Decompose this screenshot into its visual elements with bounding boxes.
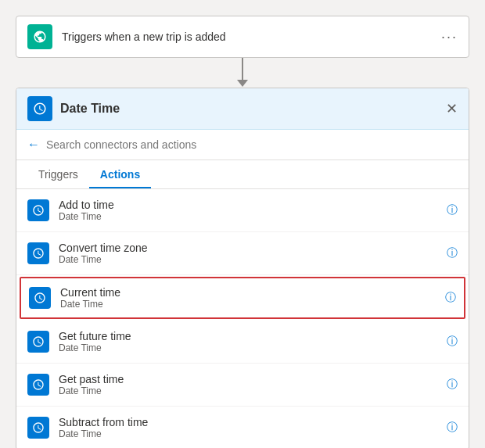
action-item-get-future-time[interactable]: Get future time Date Time ⓘ: [16, 321, 469, 364]
trigger-more-button[interactable]: ···: [441, 29, 458, 45]
action-info-get-future-time[interactable]: ⓘ: [447, 335, 458, 349]
action-item-convert-time-zone[interactable]: Convert time zone Date Time ⓘ: [16, 232, 469, 275]
tab-triggers[interactable]: Triggers: [27, 160, 89, 188]
action-info-convert-time-zone[interactable]: ⓘ: [447, 246, 458, 260]
panel-header: Date Time ✕: [16, 88, 469, 130]
arrow-connector: [237, 58, 248, 88]
action-item-current-time[interactable]: Current time Date Time ⓘ: [20, 277, 465, 319]
action-item-add-to-time[interactable]: Add to time Date Time ⓘ: [16, 189, 469, 232]
clock-small-icon: [32, 378, 45, 391]
arrow-head: [237, 80, 248, 87]
action-icon-get-past-time: [27, 374, 49, 396]
globe-icon: [33, 30, 47, 44]
arrow-line: [242, 58, 243, 80]
search-back-button[interactable]: ←: [27, 138, 40, 152]
action-text-get-future-time: Get future time Date Time: [59, 330, 437, 353]
action-name-subtract-from-time: Subtract from time: [59, 416, 437, 428]
action-item-get-past-time[interactable]: Get past time Date Time ⓘ: [16, 364, 469, 407]
action-list: Add to time Date Time ⓘ Convert time zon…: [16, 189, 469, 448]
tab-actions[interactable]: Actions: [89, 160, 151, 188]
trigger-block: Triggers when a new trip is added ···: [16, 16, 469, 58]
trigger-icon: [27, 24, 52, 49]
action-sub-current-time: Date Time: [60, 299, 436, 310]
action-info-subtract-from-time[interactable]: ⓘ: [447, 421, 458, 435]
action-icon-current-time: [29, 287, 51, 309]
action-icon-subtract-from-time: [27, 417, 49, 439]
clock-small-icon: [32, 204, 45, 217]
action-name-get-past-time: Get past time: [59, 373, 437, 385]
action-icon-add-to-time: [27, 199, 49, 221]
action-name-add-to-time: Add to time: [59, 199, 437, 211]
action-sub-get-future-time: Date Time: [59, 342, 437, 353]
action-text-add-to-time: Add to time Date Time: [59, 199, 437, 222]
panel-close-button[interactable]: ✕: [446, 102, 458, 116]
action-sub-convert-time-zone: Date Time: [59, 254, 437, 265]
tabs-row: Triggers Actions: [16, 160, 469, 189]
clock-icon: [33, 102, 47, 116]
search-input[interactable]: [46, 138, 458, 151]
clock-small-icon: [34, 292, 46, 304]
action-name-get-future-time: Get future time: [59, 330, 437, 342]
clock-small-icon: [32, 247, 45, 260]
action-icon-convert-time-zone: [27, 242, 49, 264]
action-name-current-time: Current time: [60, 286, 436, 299]
action-sub-add-to-time: Date Time: [59, 211, 437, 222]
action-text-convert-time-zone: Convert time zone Date Time: [59, 242, 437, 265]
action-item-subtract-from-time[interactable]: Subtract from time Date Time ⓘ: [16, 407, 469, 448]
action-sub-get-past-time: Date Time: [59, 385, 437, 396]
action-sub-subtract-from-time: Date Time: [59, 428, 437, 439]
action-info-get-past-time[interactable]: ⓘ: [447, 378, 458, 392]
action-text-subtract-from-time: Subtract from time Date Time: [59, 416, 437, 439]
action-text-get-past-time: Get past time Date Time: [59, 373, 437, 396]
workflow-container: Triggers when a new trip is added ··· Da…: [16, 16, 469, 448]
search-bar: ←: [16, 130, 469, 160]
trigger-text: Triggers when a new trip is added: [62, 30, 432, 43]
action-info-current-time[interactable]: ⓘ: [445, 291, 456, 305]
action-name-convert-time-zone: Convert time zone: [59, 242, 437, 254]
clock-small-icon: [32, 421, 45, 434]
action-icon-get-future-time: [27, 331, 49, 353]
panel-icon: [27, 96, 52, 121]
action-info-add-to-time[interactable]: ⓘ: [447, 203, 458, 217]
panel-title: Date Time: [60, 102, 438, 116]
datetime-panel: Date Time ✕ ← Triggers Actions Add to ti…: [16, 88, 469, 448]
clock-small-icon: [32, 335, 45, 348]
action-text-current-time: Current time Date Time: [60, 286, 436, 310]
